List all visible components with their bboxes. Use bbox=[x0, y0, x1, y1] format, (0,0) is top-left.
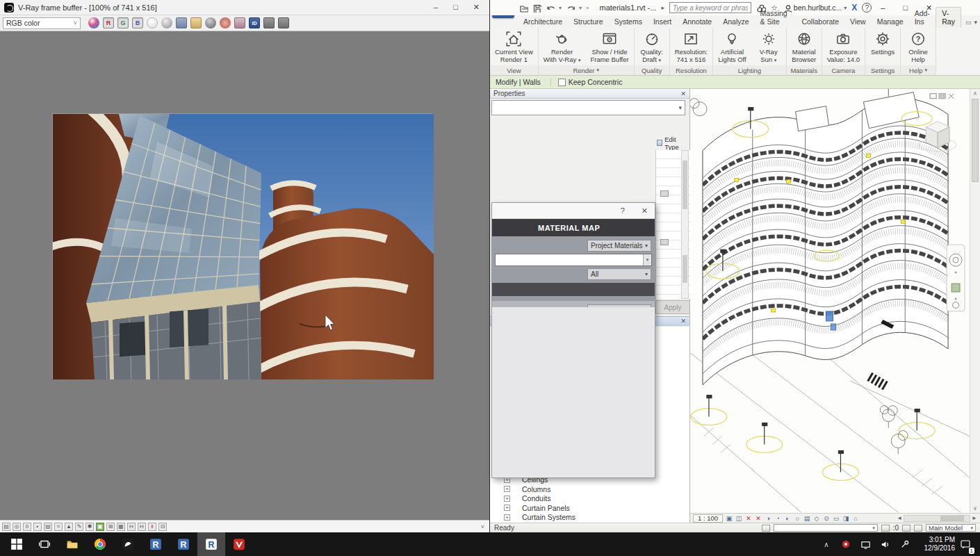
ribbon-button[interactable]: Quality: Draft ▾ bbox=[635, 28, 669, 65]
vfb-maximize-button[interactable]: □ bbox=[453, 3, 458, 12]
ribbon-group-label[interactable]: View bbox=[490, 65, 538, 75]
close-icon[interactable]: ✕ bbox=[680, 318, 686, 325]
drawing-area[interactable]: ⌂ bbox=[690, 89, 970, 513]
view-control-icon[interactable]: ▤ bbox=[803, 514, 811, 523]
tree-item[interactable]: + Curtain Systems bbox=[490, 513, 680, 523]
start-button[interactable] bbox=[3, 532, 31, 556]
vfb-toolbar-icon[interactable]: G bbox=[117, 17, 129, 28]
ribbon-group-label[interactable]: Settings bbox=[865, 65, 900, 75]
ribbon-tab[interactable]: Add-Ins bbox=[909, 8, 936, 28]
ribbon-group-label[interactable]: Lighting bbox=[713, 65, 786, 75]
vfb-bottom-icon[interactable]: ▪ bbox=[33, 523, 42, 531]
vfb-bottom-icon[interactable]: ▣ bbox=[96, 523, 104, 531]
view-control-icon[interactable]: ⊙ bbox=[822, 514, 831, 523]
ribbon-button[interactable]: Material Browser bbox=[787, 28, 822, 65]
vfb-bottom-icon[interactable]: ✎ bbox=[75, 523, 83, 531]
vfb-toolbar-icon[interactable]: R bbox=[103, 17, 114, 28]
vfb-bottom-icon[interactable]: ▤ bbox=[44, 523, 52, 531]
ribbon-button[interactable]: Online Help bbox=[901, 28, 936, 65]
task-view-button[interactable] bbox=[31, 532, 58, 556]
tree-expander[interactable]: + bbox=[504, 496, 510, 502]
ribbon-group-label[interactable]: Help▾ bbox=[901, 65, 936, 75]
app-button[interactable] bbox=[114, 532, 142, 556]
vfb-toolbar-icon[interactable] bbox=[190, 17, 202, 28]
tool-icon[interactable] bbox=[895, 532, 913, 556]
file-explorer-button[interactable] bbox=[58, 532, 86, 556]
chevron-down-icon[interactable]: ▾ bbox=[974, 19, 977, 26]
properties-scrollbar[interactable] bbox=[681, 150, 689, 299]
view-control-icon[interactable]: ▭ bbox=[832, 514, 840, 523]
ribbon-tab[interactable]: Systems bbox=[609, 16, 648, 28]
view-control-icon[interactable]: ◨ bbox=[842, 514, 850, 523]
ribbon-button[interactable]: Artificial Lights Off bbox=[713, 28, 751, 65]
parameter-button[interactable] bbox=[660, 239, 669, 245]
workset-combo[interactable]: ▾ bbox=[774, 524, 878, 532]
view-horizontal-scrollbar[interactable]: ◄ ► bbox=[897, 515, 977, 522]
dialog-help-button[interactable]: ? bbox=[621, 206, 625, 215]
tray-expand-icon[interactable]: ∧ bbox=[817, 532, 835, 556]
editable-only-icon[interactable] bbox=[902, 525, 910, 532]
network-icon[interactable] bbox=[856, 532, 874, 556]
chrome-button[interactable] bbox=[86, 532, 114, 556]
ribbon-group-label[interactable]: Quality bbox=[635, 65, 669, 75]
edit-type-button[interactable]: Edit Type bbox=[657, 138, 689, 148]
ribbon-button[interactable]: Current View Render 1 bbox=[490, 28, 538, 65]
material-filter-dropdown[interactable]: All ▾ bbox=[587, 268, 651, 280]
parameter-button[interactable] bbox=[660, 190, 669, 197]
ribbon-tab[interactable]: Collaborate bbox=[796, 16, 844, 28]
view-control-icon[interactable]: ◇ bbox=[812, 514, 821, 523]
vfb-minimize-button[interactable]: – bbox=[434, 3, 438, 12]
clock[interactable]: 3:01 PM 12/9/2016 bbox=[915, 536, 955, 553]
ribbon-tab[interactable]: Manage bbox=[872, 16, 909, 28]
vfb-bottom-icon[interactable]: ▦ bbox=[117, 523, 125, 531]
ribbon-group-label[interactable]: Resolution bbox=[670, 65, 713, 75]
type-selector[interactable]: ▾ bbox=[491, 100, 685, 115]
view-control-icon[interactable]: ☼ bbox=[793, 514, 801, 523]
ribbon-tab[interactable]: View bbox=[844, 16, 872, 28]
ribbon-group-label[interactable]: Camera bbox=[822, 65, 865, 75]
scroll-down-icon[interactable]: ∨ bbox=[973, 505, 977, 512]
tree-item[interactable]: + Columns bbox=[490, 484, 680, 494]
tree-item[interactable]: + Conduits bbox=[490, 494, 680, 504]
view-control-icon[interactable]: ✕ bbox=[744, 514, 753, 523]
vfb-bottom-icon[interactable]: H bbox=[138, 523, 146, 531]
view-control-icon[interactable]: ⌂ bbox=[851, 514, 860, 523]
ribbon-tab[interactable]: Massing & Site bbox=[755, 8, 797, 28]
properties-header[interactable]: Properties ✕ bbox=[490, 89, 689, 99]
ribbon-button[interactable]: Settings bbox=[865, 28, 900, 65]
vfb-bottom-icon[interactable]: ‖ bbox=[148, 523, 156, 531]
material-source-dropdown[interactable]: Project Materials ▾ bbox=[587, 240, 651, 252]
tray-vray-icon[interactable] bbox=[837, 532, 855, 556]
revit-taskbar-button[interactable] bbox=[170, 532, 197, 556]
view-control-icon[interactable]: ▣ bbox=[725, 514, 733, 523]
vfb-toolbar-icon[interactable] bbox=[263, 17, 275, 28]
vfb-bottom-icon[interactable]: ▤ bbox=[2, 523, 10, 531]
tree-expander[interactable]: + bbox=[504, 505, 510, 511]
vfb-bottom-icon[interactable]: 0 bbox=[23, 523, 31, 531]
view-control-icon[interactable]: ◔ bbox=[774, 514, 782, 523]
tree-item[interactable]: + Curtain Panels bbox=[490, 503, 680, 513]
ribbon-button[interactable]: Render With V-Ray ▾ bbox=[539, 28, 586, 65]
ribbon-button[interactable]: Show / Hide Frame Buffer bbox=[585, 28, 633, 65]
vfb-bottom-icon[interactable]: H bbox=[127, 523, 136, 531]
vfb-toolbar-icon[interactable]: B bbox=[132, 17, 143, 28]
ribbon-button[interactable]: Exposure Value: 14.0 bbox=[822, 28, 865, 65]
vfb-toolbar-icon[interactable] bbox=[205, 17, 216, 28]
vfb-toolbar-icon[interactable] bbox=[234, 17, 245, 28]
view-control-icon[interactable]: ◐ bbox=[783, 514, 792, 523]
vfb-toolbar-icon[interactable] bbox=[176, 17, 187, 28]
ribbon-tab[interactable]: Architecture bbox=[518, 16, 568, 28]
vfb-bottom-icon[interactable]: ⊞ bbox=[106, 523, 115, 531]
collapse-icon[interactable]: ˅ bbox=[481, 523, 487, 530]
channel-select[interactable]: RGB color ˅ bbox=[3, 17, 81, 29]
design-options-icon[interactable] bbox=[914, 525, 922, 532]
ribbon-button[interactable]: Resolution: 741 x 516 bbox=[670, 28, 713, 65]
properties-table[interactable] bbox=[655, 150, 690, 299]
ribbon-group-label[interactable]: Materials bbox=[787, 65, 822, 75]
vfb-toolbar-icon[interactable]: ID bbox=[249, 17, 260, 28]
panel-toggle-icon[interactable]: ▭ bbox=[965, 19, 972, 26]
revit-taskbar-button[interactable] bbox=[142, 532, 170, 556]
worksets-icon[interactable] bbox=[762, 525, 770, 532]
volume-icon[interactable] bbox=[876, 532, 894, 556]
vfb-bottom-icon[interactable]: ≈ bbox=[54, 523, 63, 531]
